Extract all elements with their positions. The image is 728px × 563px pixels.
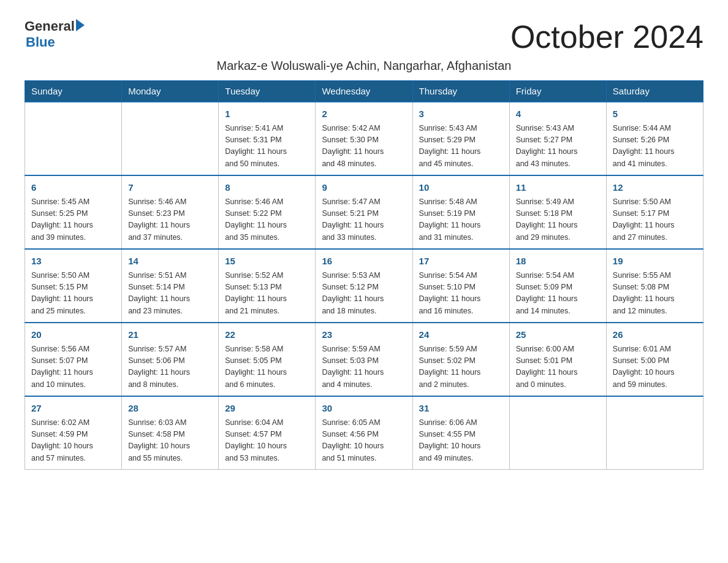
day-number: 23 bbox=[322, 328, 406, 342]
day-info: Sunrise: 5:50 AM Sunset: 5:17 PM Dayligh… bbox=[613, 196, 697, 244]
day-number: 10 bbox=[419, 181, 503, 195]
calendar-week-row: 13Sunrise: 5:50 AM Sunset: 5:15 PM Dayli… bbox=[25, 249, 703, 323]
calendar-header-saturday: Saturday bbox=[606, 81, 703, 102]
month-title: October 2024 bbox=[510, 18, 703, 55]
day-number: 4 bbox=[516, 107, 600, 121]
logo: General Blue bbox=[25, 18, 85, 50]
calendar-cell: 8Sunrise: 5:46 AM Sunset: 5:22 PM Daylig… bbox=[219, 175, 316, 249]
day-number: 29 bbox=[225, 402, 309, 416]
day-info: Sunrise: 5:59 AM Sunset: 5:02 PM Dayligh… bbox=[419, 343, 503, 391]
calendar-header-tuesday: Tuesday bbox=[219, 81, 316, 102]
day-info: Sunrise: 6:04 AM Sunset: 4:57 PM Dayligh… bbox=[225, 417, 309, 465]
day-number: 19 bbox=[613, 255, 697, 269]
day-number: 25 bbox=[516, 328, 600, 342]
day-number: 7 bbox=[128, 181, 212, 195]
day-number: 31 bbox=[419, 402, 503, 416]
day-info: Sunrise: 6:05 AM Sunset: 4:56 PM Dayligh… bbox=[322, 417, 406, 465]
day-info: Sunrise: 5:47 AM Sunset: 5:21 PM Dayligh… bbox=[322, 196, 406, 244]
calendar-cell: 19Sunrise: 5:55 AM Sunset: 5:08 PM Dayli… bbox=[606, 249, 703, 323]
day-info: Sunrise: 5:54 AM Sunset: 5:10 PM Dayligh… bbox=[419, 270, 503, 318]
day-info: Sunrise: 5:50 AM Sunset: 5:15 PM Dayligh… bbox=[31, 270, 115, 318]
calendar-table: SundayMondayTuesdayWednesdayThursdayFrid… bbox=[25, 80, 703, 470]
calendar-cell bbox=[122, 102, 219, 175]
calendar-cell: 27Sunrise: 6:02 AM Sunset: 4:59 PM Dayli… bbox=[25, 396, 122, 470]
day-info: Sunrise: 5:56 AM Sunset: 5:07 PM Dayligh… bbox=[31, 343, 115, 391]
calendar-cell: 29Sunrise: 6:04 AM Sunset: 4:57 PM Dayli… bbox=[219, 396, 316, 470]
day-info: Sunrise: 5:49 AM Sunset: 5:18 PM Dayligh… bbox=[516, 196, 600, 244]
calendar-header-wednesday: Wednesday bbox=[316, 81, 412, 102]
day-number: 17 bbox=[419, 255, 503, 269]
day-info: Sunrise: 5:45 AM Sunset: 5:25 PM Dayligh… bbox=[31, 196, 115, 244]
day-info: Sunrise: 5:43 AM Sunset: 5:27 PM Dayligh… bbox=[516, 123, 600, 170]
calendar-cell: 18Sunrise: 5:54 AM Sunset: 5:09 PM Dayli… bbox=[509, 249, 606, 323]
day-number: 6 bbox=[31, 181, 115, 195]
day-number: 21 bbox=[128, 328, 212, 342]
day-number: 15 bbox=[225, 255, 309, 269]
calendar-header-thursday: Thursday bbox=[412, 81, 509, 102]
day-number: 9 bbox=[322, 181, 406, 195]
calendar-cell: 7Sunrise: 5:46 AM Sunset: 5:23 PM Daylig… bbox=[122, 175, 219, 249]
calendar-cell: 9Sunrise: 5:47 AM Sunset: 5:21 PM Daylig… bbox=[316, 175, 412, 249]
calendar-cell: 17Sunrise: 5:54 AM Sunset: 5:10 PM Dayli… bbox=[412, 249, 509, 323]
calendar-cell: 12Sunrise: 5:50 AM Sunset: 5:17 PM Dayli… bbox=[606, 175, 703, 249]
day-number: 20 bbox=[31, 328, 115, 342]
day-info: Sunrise: 5:48 AM Sunset: 5:19 PM Dayligh… bbox=[419, 196, 503, 244]
calendar-cell: 24Sunrise: 5:59 AM Sunset: 5:02 PM Dayli… bbox=[412, 323, 509, 396]
calendar-header-friday: Friday bbox=[509, 81, 606, 102]
calendar-cell: 26Sunrise: 6:01 AM Sunset: 5:00 PM Dayli… bbox=[606, 323, 703, 396]
calendar-week-row: 1Sunrise: 5:41 AM Sunset: 5:31 PM Daylig… bbox=[25, 102, 703, 175]
day-number: 8 bbox=[225, 181, 309, 195]
day-number: 14 bbox=[128, 255, 212, 269]
calendar-cell: 11Sunrise: 5:49 AM Sunset: 5:18 PM Dayli… bbox=[509, 175, 606, 249]
calendar-cell: 22Sunrise: 5:58 AM Sunset: 5:05 PM Dayli… bbox=[219, 323, 316, 396]
logo-general: General bbox=[25, 18, 75, 34]
calendar-cell: 4Sunrise: 5:43 AM Sunset: 5:27 PM Daylig… bbox=[509, 102, 606, 175]
calendar-week-row: 6Sunrise: 5:45 AM Sunset: 5:25 PM Daylig… bbox=[25, 175, 703, 249]
day-info: Sunrise: 6:06 AM Sunset: 4:55 PM Dayligh… bbox=[419, 417, 503, 465]
calendar-week-row: 27Sunrise: 6:02 AM Sunset: 4:59 PM Dayli… bbox=[25, 396, 703, 470]
calendar-cell: 30Sunrise: 6:05 AM Sunset: 4:56 PM Dayli… bbox=[316, 396, 412, 470]
day-info: Sunrise: 5:41 AM Sunset: 5:31 PM Dayligh… bbox=[225, 123, 309, 170]
calendar-cell: 3Sunrise: 5:43 AM Sunset: 5:29 PM Daylig… bbox=[412, 102, 509, 175]
day-number: 28 bbox=[128, 402, 212, 416]
calendar-cell: 28Sunrise: 6:03 AM Sunset: 4:58 PM Dayli… bbox=[122, 396, 219, 470]
calendar-cell: 1Sunrise: 5:41 AM Sunset: 5:31 PM Daylig… bbox=[219, 102, 316, 175]
day-number: 27 bbox=[31, 402, 115, 416]
calendar-cell: 23Sunrise: 5:59 AM Sunset: 5:03 PM Dayli… bbox=[316, 323, 412, 396]
calendar-cell: 25Sunrise: 6:00 AM Sunset: 5:01 PM Dayli… bbox=[509, 323, 606, 396]
calendar-header-row: SundayMondayTuesdayWednesdayThursdayFrid… bbox=[25, 81, 703, 102]
calendar-cell bbox=[509, 396, 606, 470]
day-info: Sunrise: 5:44 AM Sunset: 5:26 PM Dayligh… bbox=[613, 123, 697, 170]
calendar-cell: 31Sunrise: 6:06 AM Sunset: 4:55 PM Dayli… bbox=[412, 396, 509, 470]
day-number: 3 bbox=[419, 107, 503, 121]
day-number: 12 bbox=[613, 181, 697, 195]
day-number: 30 bbox=[322, 402, 406, 416]
day-number: 1 bbox=[225, 107, 309, 121]
day-number: 18 bbox=[516, 255, 600, 269]
day-info: Sunrise: 6:01 AM Sunset: 5:00 PM Dayligh… bbox=[613, 343, 697, 391]
calendar-cell bbox=[25, 102, 122, 175]
day-info: Sunrise: 5:52 AM Sunset: 5:13 PM Dayligh… bbox=[225, 270, 309, 318]
calendar-header-monday: Monday bbox=[122, 81, 219, 102]
day-info: Sunrise: 6:02 AM Sunset: 4:59 PM Dayligh… bbox=[31, 417, 115, 465]
day-number: 5 bbox=[613, 107, 697, 121]
day-info: Sunrise: 5:58 AM Sunset: 5:05 PM Dayligh… bbox=[225, 343, 309, 391]
day-info: Sunrise: 5:42 AM Sunset: 5:30 PM Dayligh… bbox=[322, 123, 406, 170]
calendar-cell: 15Sunrise: 5:52 AM Sunset: 5:13 PM Dayli… bbox=[219, 249, 316, 323]
calendar-cell: 6Sunrise: 5:45 AM Sunset: 5:25 PM Daylig… bbox=[25, 175, 122, 249]
day-number: 2 bbox=[322, 107, 406, 121]
day-info: Sunrise: 5:55 AM Sunset: 5:08 PM Dayligh… bbox=[613, 270, 697, 318]
calendar-cell: 14Sunrise: 5:51 AM Sunset: 5:14 PM Dayli… bbox=[122, 249, 219, 323]
day-info: Sunrise: 5:59 AM Sunset: 5:03 PM Dayligh… bbox=[322, 343, 406, 391]
day-number: 26 bbox=[613, 328, 697, 342]
calendar-cell: 20Sunrise: 5:56 AM Sunset: 5:07 PM Dayli… bbox=[25, 323, 122, 396]
calendar-header-sunday: Sunday bbox=[25, 81, 122, 102]
day-info: Sunrise: 5:46 AM Sunset: 5:23 PM Dayligh… bbox=[128, 196, 212, 244]
day-number: 16 bbox=[322, 255, 406, 269]
logo-blue-text: Blue bbox=[26, 34, 55, 50]
day-info: Sunrise: 5:53 AM Sunset: 5:12 PM Dayligh… bbox=[322, 270, 406, 318]
day-number: 24 bbox=[419, 328, 503, 342]
day-number: 11 bbox=[516, 181, 600, 195]
day-info: Sunrise: 5:46 AM Sunset: 5:22 PM Dayligh… bbox=[225, 196, 309, 244]
calendar-cell: 13Sunrise: 5:50 AM Sunset: 5:15 PM Dayli… bbox=[25, 249, 122, 323]
